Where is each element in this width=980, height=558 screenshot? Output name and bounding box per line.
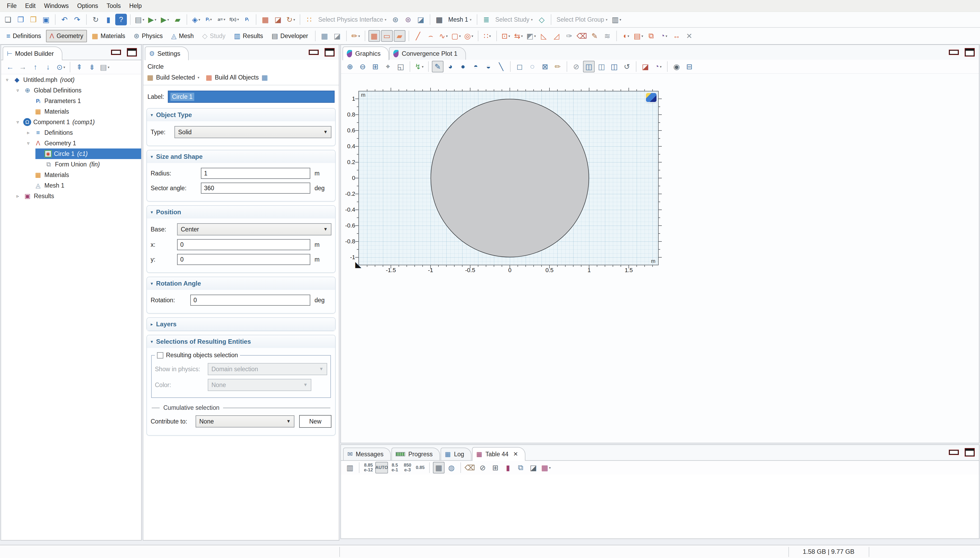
sector-angle-input[interactable] — [201, 182, 310, 194]
functions-icon-dropdown[interactable]: ▾ — [237, 17, 239, 22]
line-tool-icon[interactable]: ╱ — [412, 30, 424, 42]
section-object-type-header[interactable]: ▾ Object Type — [147, 108, 335, 121]
tree-item-parameters[interactable]: PᵢParameters 1 — [25, 96, 141, 106]
settings-tab[interactable]: ⚙ Settings — [145, 46, 189, 60]
hide-objects-icon[interactable]: ⊘ — [570, 61, 582, 72]
tree-item-global-definitions[interactable]: ▿⊕Global Definitions — [14, 85, 141, 96]
sequence-list-icon[interactable]: ▤▾ — [633, 30, 644, 42]
variables-icon[interactable]: a=▾ — [216, 14, 227, 25]
sequence-list-icon-dropdown[interactable]: ▾ — [642, 34, 643, 38]
move-down-icon[interactable]: ↓ — [42, 61, 54, 73]
tab-developer[interactable]: ▤Developer — [268, 30, 312, 42]
contribute-to-select[interactable]: None ▼ — [195, 415, 294, 427]
model-assemble-icon-dropdown[interactable]: ▾ — [199, 18, 200, 22]
select-box-icon[interactable]: ◻ — [514, 61, 525, 72]
full-precision-icon[interactable]: ◍ — [446, 462, 457, 473]
tree-expand-icon[interactable]: ▹ — [14, 194, 21, 199]
tree-item-form-union[interactable]: ⧉Form Union(fin) — [35, 159, 141, 170]
forward-icon[interactable]: → — [17, 61, 28, 73]
select-union-icon[interactable]: ◕ — [445, 61, 456, 72]
scene-color-icon-dropdown[interactable]: ▾ — [660, 65, 662, 69]
run-to-node-icon[interactable]: ▶▾ — [159, 14, 171, 25]
window-icon[interactable]: ▮ — [103, 14, 114, 25]
circle-tool-icon[interactable]: ◎▾ — [463, 30, 475, 42]
minimize-panel-button[interactable] — [949, 50, 958, 54]
plot-group-icon-dropdown[interactable]: ▾ — [619, 18, 621, 22]
maximize-panel-button[interactable] — [127, 49, 136, 56]
open-file-icon[interactable]: ❐ — [15, 14, 26, 25]
tree-collapse-icon[interactable]: ▿ — [4, 77, 11, 83]
plot-group-icon[interactable]: ▥▾ — [611, 14, 622, 25]
table-graph-icon-dropdown[interactable]: ▾ — [549, 466, 551, 470]
scene-color-icon[interactable]: ◔▾ — [652, 61, 664, 72]
tree-item-geometry[interactable]: ▿ΛGeometry 1 — [25, 138, 141, 148]
model-assemble-icon[interactable]: ◈▾ — [190, 14, 202, 25]
transparency-icon[interactable]: ◪ — [640, 61, 651, 72]
edit-icon[interactable]: ✎ — [589, 30, 601, 42]
tab-materials[interactable]: ▦Materials — [88, 30, 129, 42]
show-eye-icon-dropdown[interactable]: ▾ — [64, 65, 65, 69]
sketch-icon-dropdown[interactable]: ▾ — [358, 34, 360, 38]
polyline-tool-icon[interactable]: ∿▾ — [438, 30, 449, 42]
zoom-in-icon[interactable]: ⊕ — [344, 61, 356, 72]
node-label-icon[interactable]: ▤▾ — [99, 61, 110, 73]
import-physics-icon[interactable]: ◪ — [415, 14, 427, 25]
arc-tool-icon[interactable]: ⌢ — [425, 30, 437, 42]
transforms-icon-dropdown[interactable]: ▾ — [521, 34, 523, 38]
print-icon[interactable]: ⊟ — [683, 61, 695, 72]
build-selected-dropdown-icon[interactable]: ▾ — [198, 75, 200, 80]
x-input[interactable] — [177, 239, 310, 250]
tangent-icon[interactable]: ✑ — [563, 30, 575, 42]
maximize-panel-button[interactable] — [325, 49, 334, 56]
menu-windows[interactable]: Windows — [40, 2, 73, 10]
sketch-icon[interactable]: ✏▾ — [350, 30, 361, 42]
select-plot-button-dropdown[interactable]: ▾ — [606, 18, 607, 22]
polyline-tool-icon-dropdown[interactable]: ▾ — [446, 34, 448, 38]
tree-item-definitions[interactable]: ▹≡Definitions — [25, 127, 141, 138]
tab-convergence-plot[interactable]: Convergence Plot 1 — [389, 47, 466, 60]
study-icon[interactable]: ◇ — [536, 14, 548, 25]
color-palette-icon[interactable]: ◔▾ — [658, 30, 670, 42]
tree-item-circle[interactable]: ◉Circle 1(c1) — [35, 148, 141, 159]
menu-edit[interactable]: Edit — [21, 2, 40, 10]
table-color-icon[interactable]: ▮ — [502, 462, 514, 473]
zoom-box-icon[interactable]: ⊞ — [369, 61, 381, 72]
table-view-icon[interactable]: ▦ — [433, 462, 445, 473]
tree-item-materials[interactable]: ▦Materials — [25, 170, 141, 180]
partition-icon[interactable]: ◖▾ — [620, 30, 632, 42]
zoom-out-icon[interactable]: ⊖ — [357, 61, 368, 72]
build-all-icon[interactable]: ▦ — [319, 30, 330, 42]
open-recent-icon[interactable]: ❒ — [28, 14, 39, 25]
menu-file[interactable]: File — [3, 2, 21, 10]
polygon-tool-icon[interactable]: ▰ — [394, 30, 405, 42]
tab-study[interactable]: ◇Study — [199, 30, 229, 42]
rectangle-tool-icon[interactable]: ▭ — [381, 30, 393, 42]
insert-sequence-icon[interactable]: ◪ — [332, 30, 343, 42]
node-label-icon-dropdown[interactable]: ▾ — [108, 65, 109, 69]
compile-equations-icon[interactable]: ▰ — [172, 14, 184, 25]
booleans-icon[interactable]: ⊡▾ — [500, 30, 512, 42]
tree-item-component[interactable]: ▿ΩComponent 1(comp1) — [14, 117, 141, 127]
section-size-shape-header[interactable]: ▾ Size and Shape — [147, 150, 335, 163]
show-model-tree-icon[interactable]: ▤▾ — [134, 14, 145, 25]
select-lasso-icon[interactable]: ◌ — [527, 61, 538, 72]
axis-view-icon-dropdown[interactable]: ▾ — [422, 65, 424, 69]
show-model-tree-icon-dropdown[interactable]: ▾ — [143, 18, 144, 22]
color-palette-icon-dropdown[interactable]: ▾ — [665, 34, 667, 38]
mesh1-button[interactable]: Mesh 1▾ — [448, 16, 471, 23]
select-bottom-half-icon[interactable]: ◒ — [483, 61, 494, 72]
point-tool-icon[interactable]: ∷▾ — [481, 30, 493, 42]
view-wireframe-icon[interactable]: ◫ — [596, 61, 607, 72]
section-rotation-header[interactable]: ▾ Rotation Angle — [147, 277, 335, 290]
delete-table-icon[interactable]: ⊘ — [477, 462, 488, 473]
engineering-notation-icon[interactable]: 850 e-3 — [402, 462, 414, 473]
maximize-panel-button[interactable] — [965, 449, 974, 456]
save-icon[interactable]: ▣ — [40, 14, 52, 25]
run-sequence-icon-dropdown[interactable]: ▾ — [154, 18, 156, 22]
work-plane-grid-icon[interactable]: ▦ — [368, 30, 380, 42]
paint-select-icon[interactable]: ✏ — [552, 61, 563, 72]
minimize-panel-button[interactable] — [309, 50, 318, 54]
tab-definitions[interactable]: ≡Definitions — [3, 30, 45, 42]
tab-graphics[interactable]: Graphics — [343, 46, 389, 60]
decimal-notation-icon[interactable]: 0.85 — [414, 462, 426, 473]
